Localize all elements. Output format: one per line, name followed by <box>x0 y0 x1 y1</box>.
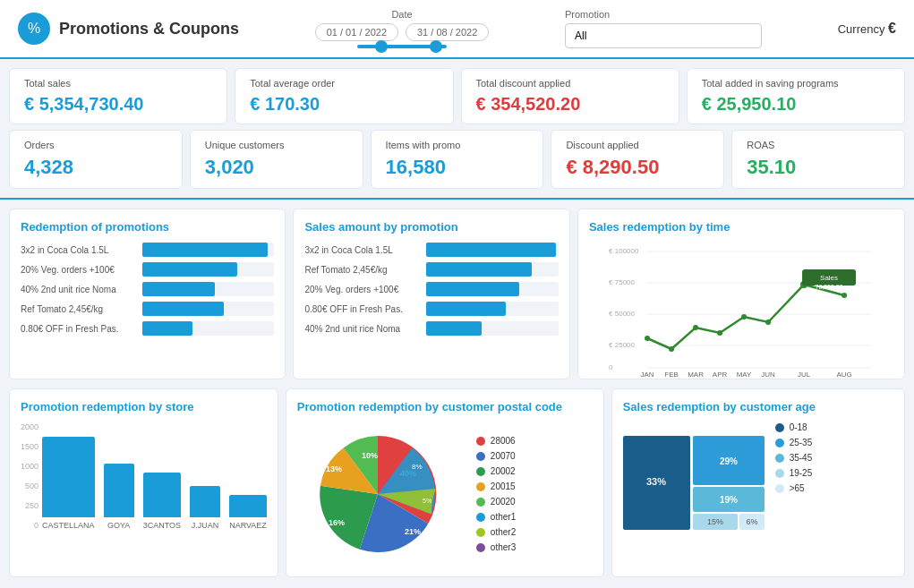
legend-label: other1 <box>491 512 516 522</box>
charts-row2: Promotion redemption by store 2000 1500 … <box>0 388 914 586</box>
date-start[interactable]: 01 / 01 / 2022 <box>315 23 398 41</box>
legend-item: 20015 <box>476 481 516 491</box>
date-slider[interactable] <box>357 45 447 48</box>
postal-chart: Promotion redemption by customer postal … <box>286 388 604 577</box>
header-left: % Promotions & Coupons <box>18 13 239 45</box>
legend-item: 20002 <box>476 466 516 476</box>
store-bar-group: NARVAEZ <box>229 495 267 530</box>
metric-label2: ROAS <box>747 140 890 150</box>
legend-item: other3 <box>476 542 516 552</box>
redemption-chart-title: Redemption of promotions <box>21 220 274 234</box>
pie-chart-svg: 40% 21% 16% 13% 10% 8% 5% <box>297 422 458 566</box>
age-dot <box>775 439 784 447</box>
metric-value2: 3,020 <box>205 156 348 179</box>
h-bar-fill <box>142 302 224 316</box>
metric-value: € 354,520.20 <box>476 94 664 115</box>
h-bar-fill <box>142 262 237 277</box>
redemption-chart: Redemption of promotions 3x2 in Coca Col… <box>9 209 286 379</box>
svg-text:Sales: Sales <box>820 274 838 282</box>
sales-amount-chart: Sales amount by promotion 3x2 in Coca Co… <box>293 209 569 379</box>
slider-thumb-left[interactable] <box>375 40 388 53</box>
slider-track <box>357 45 447 48</box>
metric-value2: 16,580 <box>386 156 529 179</box>
sales-time-chart: Sales redemption by time € 100000 € 7500… <box>577 209 905 379</box>
svg-text:13%: 13% <box>326 464 342 473</box>
store-chart: Promotion redemption by store 2000 1500 … <box>9 388 278 577</box>
h-bar-row: 0.80€ OFF in Fresh Pas. <box>21 321 274 336</box>
h-bar-label: 3x2 in Coca Cola 1.5L <box>21 245 137 255</box>
legend-label: other2 <box>491 527 516 537</box>
metric-label: Total sales <box>24 78 212 89</box>
store-bar-group: GOYA <box>104 464 134 530</box>
slider-thumb-right[interactable] <box>430 40 442 53</box>
store-label: GOYA <box>107 521 130 530</box>
svg-text:€ 50000: € 50000 <box>609 310 635 318</box>
h-bar-row: 40% 2nd unit rice Noma <box>21 282 274 296</box>
legend-dot <box>476 482 485 491</box>
svg-point-11 <box>669 346 674 352</box>
legend-item: 20070 <box>476 451 516 461</box>
age-dot <box>775 469 784 478</box>
age-label: 0-18 <box>790 422 807 432</box>
sales-amount-bars: 3x2 in Coca Cola 1.5L Ref Tomato 2,45€/k… <box>304 243 558 336</box>
age-dot <box>775 454 784 463</box>
h-bar-fill <box>426 262 532 277</box>
metric-card-row2-2: Items with promo16,580 <box>371 130 544 189</box>
svg-text:€ 25000: € 25000 <box>609 341 635 349</box>
metric-card-row2-1: Unique customers3,020 <box>190 130 363 189</box>
h-bar-fill <box>142 243 268 257</box>
metric-card-row1-1: Total average order€ 170.30 <box>235 68 453 124</box>
sales-amount-chart-title: Sales amount by promotion <box>304 220 558 234</box>
legend-item: other2 <box>476 527 516 537</box>
v-bar <box>42 437 95 517</box>
h-bar-label: 0.80€ OFF in Fresh Pas. <box>304 304 421 314</box>
h-bar-fill <box>426 282 518 296</box>
legend-dot <box>476 467 485 476</box>
legend-item: 28006 <box>476 436 516 446</box>
date-end[interactable]: 31 / 08 / 2022 <box>406 23 489 41</box>
h-bar-bg <box>142 262 274 277</box>
charts-row1: Redemption of promotions 3x2 in Coca Col… <box>0 200 914 388</box>
h-bar-bg <box>426 321 558 336</box>
page-title: Promotions & Coupons <box>59 20 239 38</box>
date-label: Date <box>391 9 412 20</box>
h-bar-label: 3x2 in Coca Cola 1.5L <box>304 245 421 255</box>
legend-label: 28006 <box>491 436 516 446</box>
v-bar <box>143 473 181 517</box>
currency-value: € <box>888 21 896 36</box>
metric-label2: Unique customers <box>205 140 348 150</box>
store-label: NARVAEZ <box>229 521 267 530</box>
legend-dot <box>476 498 485 507</box>
h-bar-bg <box>142 282 274 296</box>
metric-card-row1-3: Total added in saving programs€ 25,950.1… <box>687 68 905 124</box>
store-y-axis: 2000 1500 1000 500 250 0 <box>21 422 42 530</box>
svg-text:JAN: JAN <box>640 371 653 377</box>
metric-card-row2-0: Orders4,328 <box>9 130 183 189</box>
legend-label: other3 <box>491 542 516 552</box>
h-bar-bg <box>426 243 558 257</box>
h-bar-row: 20% Veg. orders +100€ <box>304 282 558 296</box>
metric-label2: Discount applied <box>566 140 709 150</box>
legend-label: 20015 <box>491 481 516 491</box>
h-bar-row: 20% Veg. orders +100€ <box>21 262 274 277</box>
svg-text:16%: 16% <box>329 518 345 527</box>
h-bar-label: 20% Veg. orders +100€ <box>304 285 421 294</box>
svg-text:33%: 33% <box>646 476 666 487</box>
metric-value2: € 8,290.50 <box>566 156 709 179</box>
metric-value2: 35.10 <box>747 156 890 179</box>
age-label: >65 <box>790 483 805 493</box>
promo-label: Promotion <box>565 9 762 20</box>
h-bar-row: 3x2 in Coca Cola 1.5L <box>21 243 274 257</box>
svg-point-10 <box>645 336 650 341</box>
age-chart: Sales redemption by customer age 33% 29%… <box>611 388 905 577</box>
h-bar-label: 40% 2nd unit rice Noma <box>304 324 421 334</box>
svg-text:5%: 5% <box>423 498 431 504</box>
h-bar-fill <box>426 302 505 316</box>
promo-input[interactable] <box>565 23 762 48</box>
svg-text:6%: 6% <box>746 517 757 526</box>
legend-dot <box>476 437 485 446</box>
svg-text:€ 100000: € 100000 <box>609 247 639 255</box>
h-bar-bg <box>426 262 558 277</box>
metric-value: € 25,950.10 <box>702 94 890 115</box>
svg-text:76,505.30: 76,505.30 <box>815 284 842 290</box>
